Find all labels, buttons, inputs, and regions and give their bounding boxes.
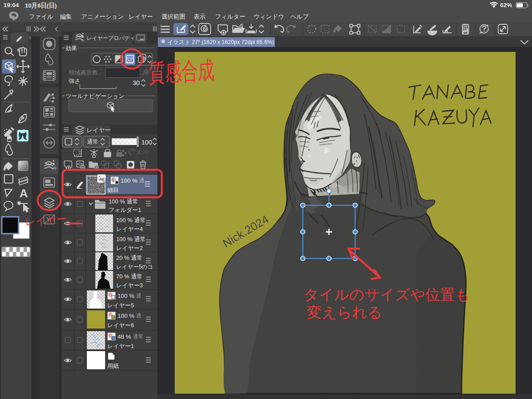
svg-text:フォルダー1: フォルダー1 (109, 207, 141, 213)
svg-text:30: 30 (133, 79, 140, 86)
svg-text:レイヤー4: レイヤー4 (116, 226, 143, 232)
svg-text:レイヤー3: レイヤー3 (116, 282, 143, 289)
svg-text:レイヤー: レイヤー (86, 127, 111, 133)
svg-text:効果: 効果 (65, 45, 77, 51)
svg-text:20 % 通常: 20 % 通常 (116, 254, 142, 261)
svg-text:レイヤー5のコ: レイヤー5のコ (116, 264, 153, 270)
svg-text:100 % 通常: 100 % 通常 (116, 236, 145, 243)
svg-text:×□: ×□ (82, 39, 85, 42)
svg-text:×: × (52, 167, 54, 170)
svg-text:A: A (20, 187, 28, 200)
svg-text:レイヤープロパティ: レイヤープロパティ (86, 35, 135, 41)
svg-text:レイヤー6: レイヤー6 (107, 322, 134, 329)
svg-text:領域表示色: 領域表示色 (69, 69, 98, 76)
svg-text:通常: 通常 (133, 333, 144, 340)
svg-text:ツールナビゲーション: ツールナビゲーション (66, 93, 124, 99)
svg-text:100: 100 (141, 139, 152, 146)
svg-text:レイヤー1: レイヤー1 (107, 343, 134, 349)
svg-text:通: 通 (136, 293, 141, 299)
svg-text:48 %: 48 % (117, 333, 131, 340)
svg-text:70 % 通常: 70 % 通常 (116, 273, 142, 280)
svg-text:100 % 通常: 100 % 通常 (109, 198, 138, 205)
svg-text:レイヤー2: レイヤー2 (116, 245, 143, 251)
svg-text:通常: 通常 (87, 138, 98, 145)
svg-text:強さ: 強さ (69, 78, 80, 84)
svg-text:100 %: 100 % (117, 293, 134, 299)
svg-text:レイヤー5: レイヤー5 (107, 302, 134, 309)
svg-text:100 %: 100 % (121, 177, 137, 184)
svg-text:100 %: 100 % (117, 313, 134, 319)
svg-text:通: 通 (136, 313, 141, 319)
svg-text:通: 通 (139, 177, 145, 184)
svg-text:細目: 細目 (107, 187, 119, 193)
svg-text:100 % 通常: 100 % 通常 (116, 217, 145, 223)
svg-text:用紙: 用紙 (107, 363, 119, 369)
